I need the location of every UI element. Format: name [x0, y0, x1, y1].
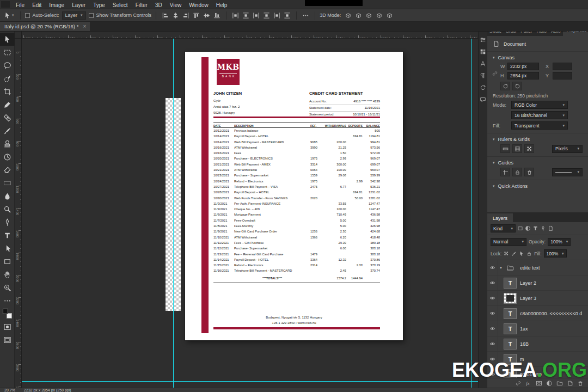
eraser-tool[interactable] [0, 163, 15, 176]
align-horizontal-center-button[interactable] [171, 11, 180, 20]
tool-preset[interactable]: ▾ [2, 12, 16, 19]
layer-visibility-toggle[interactable] [487, 306, 498, 321]
properties-panel-icon[interactable] [480, 36, 487, 44]
pen-tool[interactable] [0, 216, 15, 229]
paragraph-panel-icon[interactable] [480, 72, 487, 79]
filter-pixel-layers-button[interactable] [517, 225, 523, 231]
menu-item[interactable]: Filter [132, 2, 151, 8]
menu-item[interactable]: Help [212, 2, 231, 8]
layer-visibility-toggle[interactable] [487, 336, 498, 351]
menu-item[interactable]: Window [185, 2, 212, 8]
guides-section-header[interactable]: ▾Guides [493, 160, 583, 166]
filter-kind-dropdown[interactable]: Kind▾ [491, 224, 516, 232]
canvas-x-input[interactable] [553, 63, 572, 70]
units-dropdown[interactable]: Pixels▾ [552, 145, 583, 153]
menu-item[interactable]: View [166, 2, 186, 8]
quick-mask-button[interactable] [0, 320, 15, 333]
distribute-button[interactable] [252, 11, 261, 20]
layer-row[interactable]: T 1ax [487, 321, 588, 336]
horizontal-guide[interactable] [22, 381, 478, 382]
screen-mode-button[interactable] [0, 333, 15, 346]
options-menu-button[interactable] [301, 11, 310, 20]
move-tool[interactable] [0, 33, 15, 46]
brush-tool[interactable] [0, 124, 15, 137]
swatches-panel-icon[interactable] [480, 48, 487, 56]
filter-shape-layers-button[interactable] [540, 225, 546, 231]
layer-name[interactable]: Layer 3 [520, 296, 536, 301]
guide-style-dropdown[interactable]: ▾ [552, 168, 583, 176]
color-mode-dropdown[interactable]: RGB Color▾ [511, 101, 568, 109]
toggle-pixel-grid-button[interactable] [524, 144, 534, 153]
lock-all-button[interactable] [526, 251, 532, 256]
quick-selection-tool[interactable] [0, 72, 15, 85]
align-vertical-center-button[interactable] [202, 11, 211, 20]
document-page[interactable]: MKB BANK JOHN CITIZEN Győr Arató utca 7 … [185, 52, 403, 340]
canvas-fill-dropdown[interactable]: Transparent▾ [511, 121, 568, 130]
lock-transparency-button[interactable] [504, 251, 509, 256]
zoom-tool[interactable] [0, 281, 15, 294]
shape-tool[interactable] [0, 255, 15, 268]
show-transform-checkbox[interactable] [89, 13, 94, 18]
layer-visibility-toggle[interactable] [487, 291, 498, 305]
canvas-area[interactable]: MKB BANK JOHN CITIZEN Győr Arató utca 7 … [22, 39, 478, 388]
filter-smart-objects-button[interactable] [548, 225, 554, 231]
align-right-button[interactable] [181, 11, 191, 20]
foreground-color-chip[interactable] [3, 309, 8, 314]
menu-item[interactable]: File [12, 2, 28, 8]
vertical-guide[interactable] [173, 39, 174, 388]
fill-dropdown[interactable]: 100%▾ [544, 249, 567, 258]
toggle-rulers-button[interactable] [500, 144, 510, 153]
vertical-ruler[interactable]: 0200400600800100012001400160018002000220… [15, 39, 22, 388]
edit-toolbar-button[interactable] [0, 294, 15, 307]
3d-mode-button[interactable] [385, 11, 394, 20]
vertical-guide[interactable] [471, 39, 472, 388]
rotate-canvas-right-button[interactable] [512, 82, 522, 90]
toggle-guides-button[interactable] [500, 168, 510, 176]
filter-adjustment-layers-button[interactable] [525, 225, 531, 231]
toggle-grid-button[interactable] [512, 144, 522, 153]
history-brush-tool[interactable] [0, 150, 15, 163]
auto-select-target-dropdown[interactable]: Layer▾ [62, 11, 86, 20]
lock-pixels-button[interactable] [511, 251, 517, 256]
menu-item[interactable]: Type [89, 2, 109, 8]
3d-mode-button[interactable] [375, 11, 384, 20]
bit-depth-dropdown[interactable]: 16 Bits/Channel▾ [511, 111, 568, 119]
canvas-y-input[interactable] [553, 72, 572, 79]
3d-mode-button[interactable] [344, 11, 353, 20]
align-left-button[interactable] [161, 11, 170, 20]
distribute-button[interactable] [231, 11, 240, 20]
path-selection-tool[interactable] [0, 242, 15, 255]
align-top-button[interactable] [192, 11, 201, 20]
layer-row[interactable]: T Layer 2 [487, 275, 588, 291]
history-panel-icon[interactable] [480, 84, 487, 91]
menu-item[interactable]: Edit [28, 2, 45, 8]
layer-row[interactable]: ▾ edite text [487, 260, 588, 275]
lock-position-button[interactable] [519, 251, 524, 256]
distribute-button[interactable] [262, 11, 271, 20]
canvas-width-input[interactable] [507, 63, 539, 70]
crop-tool[interactable] [0, 85, 15, 98]
canvas-height-input[interactable] [507, 72, 539, 79]
document-type-row[interactable]: Document [487, 38, 588, 52]
rulers-grids-section-header[interactable]: ▾Rulers & Grids [493, 137, 583, 142]
clear-guides-button[interactable] [524, 168, 534, 176]
group-expand-arrow[interactable]: ▾ [498, 266, 504, 270]
layer-name[interactable]: Layer 2 [520, 280, 536, 286]
layer-name[interactable]: 16B [520, 341, 529, 347]
dodge-tool[interactable] [0, 203, 15, 216]
zoom-level-field[interactable]: 20.7% [4, 388, 15, 392]
menu-item[interactable]: Select [109, 2, 132, 8]
layer-row[interactable]: Layer 3 [487, 291, 588, 306]
distribute-button[interactable] [272, 11, 281, 20]
layer-row[interactable]: T 16B [487, 336, 588, 352]
lock-guides-button[interactable] [512, 168, 522, 176]
layers-tab[interactable]: Layers [487, 213, 513, 223]
filter-type-layers-button[interactable] [532, 225, 538, 231]
auto-select-checkbox[interactable] [25, 13, 30, 18]
hand-tool[interactable] [0, 268, 15, 281]
healing-brush-tool[interactable] [0, 111, 15, 124]
opacity-dropdown[interactable]: 100%▾ [548, 238, 571, 246]
layer-name[interactable]: 1ax [520, 326, 528, 332]
type-tool[interactable] [0, 229, 15, 242]
rotate-canvas-left-button[interactable] [500, 82, 510, 90]
